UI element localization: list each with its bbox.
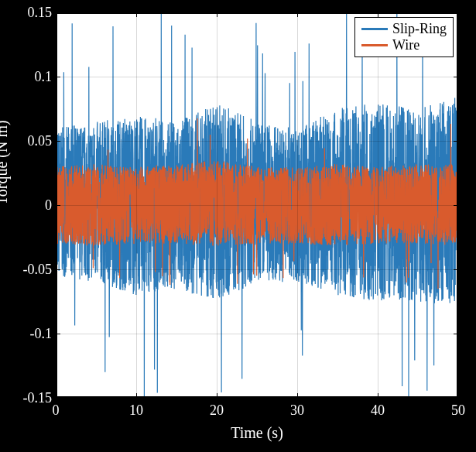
ytick-label: -0.05	[5, 262, 52, 278]
legend-row-slip-ring: Slip-Ring	[361, 21, 447, 37]
xtick-mark	[136, 393, 138, 398]
xtick-mark	[297, 12, 299, 17]
ytick-mark	[454, 12, 458, 14]
xtick-mark	[217, 12, 218, 17]
legend: Slip-Ring Wire	[354, 17, 454, 57]
ytick-mark	[56, 141, 60, 142]
xtick-label: 10	[129, 402, 143, 419]
gridline-h	[56, 334, 458, 334]
ytick-mark	[56, 77, 60, 78]
ytick-mark	[454, 77, 458, 78]
ytick-mark	[454, 334, 458, 335]
ytick-mark	[56, 398, 60, 399]
ytick-label: 0.15	[5, 5, 52, 21]
ytick-mark	[56, 269, 60, 271]
legend-swatch-wire	[361, 44, 388, 46]
x-axis-label: Time (s)	[231, 424, 283, 442]
xtick-mark	[297, 393, 299, 398]
legend-label-slip-ring: Slip-Ring	[392, 21, 447, 37]
ytick-mark	[454, 205, 458, 207]
chart-plot-area: Slip-Ring Wire	[56, 12, 458, 398]
gridline-h	[56, 141, 458, 142]
gridline-h	[56, 269, 458, 270]
legend-row-wire: Wire	[361, 37, 447, 53]
ytick-mark	[56, 12, 60, 14]
xtick-label: 30	[290, 402, 304, 419]
xtick-label: 20	[210, 402, 224, 419]
ytick-label: -0.15	[5, 390, 52, 406]
ytick-label: 0	[5, 197, 52, 214]
ytick-label: 0.05	[5, 133, 52, 149]
xtick-label: 0	[53, 402, 60, 419]
xtick-mark	[217, 393, 218, 398]
legend-label-wire: Wire	[392, 37, 419, 53]
xtick-label: 40	[371, 402, 385, 419]
ytick-mark	[56, 334, 60, 335]
ytick-mark	[454, 269, 458, 271]
xtick-mark	[378, 393, 379, 398]
gridline-h	[56, 205, 458, 206]
ytick-mark	[454, 398, 458, 399]
xtick-label: 50	[451, 402, 465, 419]
gridline-h	[56, 77, 458, 77]
ytick-mark	[56, 205, 60, 207]
ytick-label: -0.1	[5, 326, 52, 342]
xtick-mark	[136, 12, 138, 17]
legend-swatch-slip-ring	[361, 28, 388, 30]
ytick-mark	[454, 141, 458, 142]
ytick-label: 0.1	[5, 69, 52, 85]
